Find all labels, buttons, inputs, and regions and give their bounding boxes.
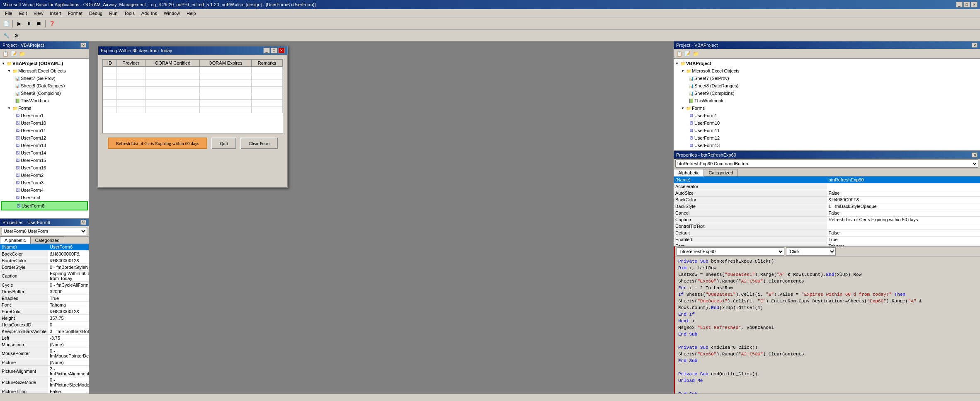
menu-item-view[interactable]: View xyxy=(30,10,47,17)
props-row-4[interactable]: CaptionExpiring Within 60 days from Toda… xyxy=(0,271,89,282)
right-props-row-7[interactable]: ControlTipText xyxy=(674,223,980,229)
tree-userform15[interactable]: 🖼 UserForm15 xyxy=(1,157,88,164)
right-tab-categorized[interactable]: Categorized xyxy=(704,169,737,176)
right-tab-alphabetic[interactable]: Alphabetic xyxy=(674,169,704,176)
tree-sheet8[interactable]: 📊 Sheet8 (DateRanges) xyxy=(1,82,88,89)
props-row-5[interactable]: Cycle0 - fmCycleAllForms xyxy=(0,282,89,288)
right-props-object-select[interactable]: btnRefreshExp60 CommandButton xyxy=(675,159,978,168)
tree-userform14[interactable]: 🖼 UserForm14 xyxy=(1,149,88,157)
right-project-close-btn[interactable]: ✕ xyxy=(972,43,978,48)
right-view-code-btn[interactable]: 📝 xyxy=(684,50,691,58)
view-code-btn[interactable]: 📝 xyxy=(10,50,17,58)
userform-maximize[interactable]: □ xyxy=(271,48,277,53)
right-props-row-3[interactable]: BackColor&H4080C0FF& xyxy=(674,196,980,203)
props-row-16[interactable]: Picture(None) xyxy=(0,359,89,366)
tree-sheet9[interactable]: 📊 Sheet9 (Complcins) xyxy=(1,89,88,97)
maximize-button[interactable]: □ xyxy=(963,2,970,7)
refresh-btn[interactable]: Refresh List of Certs Expiring within 60… xyxy=(108,138,208,149)
props-row-0[interactable]: (Name)UserForm6 xyxy=(0,244,89,251)
right-props-row-8[interactable]: DefaultFalse xyxy=(674,229,980,236)
props-row-8[interactable]: FontTahoma xyxy=(0,302,89,308)
tree-microsoft-excel-objects[interactable]: ▼ 📁 Microsoft Excel Objects xyxy=(1,67,88,75)
view-object-btn[interactable]: 📋 xyxy=(2,50,9,58)
props-row-1[interactable]: BackColor&H8000000F& xyxy=(0,251,89,257)
toolbar-btn-stop[interactable]: ⏹ xyxy=(34,19,44,28)
close-button[interactable]: ✕ xyxy=(971,2,978,7)
left-project-tree[interactable]: ▼ 📁 VBAProject (OORAM...) ▼ 📁 Microsoft … xyxy=(0,59,89,218)
right-tree-userform1[interactable]: 🖼 UserForm1 xyxy=(674,112,979,119)
properties-close-btn[interactable]: ✕ xyxy=(80,220,86,225)
toolbar-btn-new[interactable]: 📄 xyxy=(2,19,11,28)
right-tree-vbaproject[interactable]: ▼ 📁 VBAProject xyxy=(674,60,979,67)
menu-item-run[interactable]: Run xyxy=(106,10,121,17)
menu-item-window[interactable]: Window xyxy=(160,10,183,17)
toolbar-btn-pause[interactable]: ⏸ xyxy=(24,19,34,28)
props-row-2[interactable]: BorderColor&H80000012& xyxy=(0,257,89,264)
right-tree-forms[interactable]: ▼ 📁 Forms xyxy=(674,104,979,112)
left-project-close-btn[interactable]: ✕ xyxy=(80,43,86,48)
right-props-row-4[interactable]: BackStyle1 - fmBackStyleOpaque xyxy=(674,203,980,210)
right-props-row-9[interactable]: EnabledTrue xyxy=(674,236,980,243)
tab-categorized[interactable]: Categorized xyxy=(30,237,64,244)
tree-userform2[interactable]: 🖼 UserForm2 xyxy=(1,172,88,179)
toggle-folders-btn[interactable]: 📁 xyxy=(18,50,26,58)
userform-close[interactable]: ✕ xyxy=(278,48,285,53)
props-row-14[interactable]: MouseIcon(None) xyxy=(0,341,89,348)
right-view-object-btn[interactable]: 📋 xyxy=(675,50,683,58)
code-object-dropdown[interactable]: btnRefreshExp60 xyxy=(677,247,784,256)
minimize-button[interactable]: _ xyxy=(956,2,963,7)
right-tree-thisworkbook[interactable]: 📗 ThisWorkbook xyxy=(674,97,979,104)
userform-minimize[interactable]: _ xyxy=(263,48,270,53)
tree-userform16[interactable]: 🖼 UserForm16 xyxy=(1,164,88,172)
props-row-7[interactable]: EnabledTrue xyxy=(0,295,89,302)
toolbar2-btn-2[interactable]: ⚙ xyxy=(12,31,21,40)
right-tree-excel-objects[interactable]: ▼ 📁 Microsoft Excel Objects xyxy=(674,67,979,75)
right-properties-table[interactable]: (Name)btnRefreshExp60AcceleratorAutoSize… xyxy=(674,176,980,246)
tree-vbaproject[interactable]: ▼ 📁 VBAProject (OORAM...) xyxy=(1,60,88,67)
right-tree-userform11[interactable]: 🖼 UserForm11 xyxy=(674,127,979,134)
right-props-row-2[interactable]: AutoSizeFalse xyxy=(674,190,980,196)
props-row-10[interactable]: Height357.75 xyxy=(0,315,89,321)
tree-userform3[interactable]: 🖼 UserForm3 xyxy=(1,179,88,186)
properties-object-select[interactable]: UserForm6 UserForm xyxy=(2,227,87,235)
right-tree-userform14[interactable]: 🖼 UserForm14 xyxy=(674,149,979,150)
code-content-area[interactable]: Private Sub btnRefreshExp60_Click() Dim … xyxy=(675,256,980,401)
menu-item-debug[interactable]: Debug xyxy=(86,10,106,17)
tree-userform12[interactable]: 🖼 UserForm12 xyxy=(1,134,88,142)
menu-item-edit[interactable]: Edit xyxy=(16,10,30,17)
props-row-6[interactable]: DrawBuffer32000 xyxy=(0,288,89,295)
tree-userform6[interactable]: 🖼 UserForm6 xyxy=(1,201,88,210)
props-row-12[interactable]: KeepScrollBarsVisible3 - fmScrollBarsBot… xyxy=(0,328,89,335)
right-props-row-6[interactable]: CaptionRefresh List of Certs Expiring wi… xyxy=(674,216,980,223)
right-props-row-1[interactable]: Accelerator xyxy=(674,183,980,190)
right-props-close-btn[interactable]: ✕ xyxy=(972,152,978,157)
quit-btn[interactable]: Quit xyxy=(211,138,236,149)
tree-thisworkbook[interactable]: 📗 ThisWorkbook xyxy=(1,97,88,104)
menu-item-file[interactable]: File xyxy=(2,10,16,17)
clear-form-btn[interactable]: Clear Form xyxy=(240,138,278,149)
props-row-3[interactable]: BorderStyle0 - fmBorderStyleNone xyxy=(0,264,89,271)
right-props-row-0[interactable]: (Name)btnRefreshExp60 xyxy=(674,176,980,183)
tree-userform13[interactable]: 🖼 UserForm13 xyxy=(1,142,88,149)
code-procedure-dropdown[interactable]: Click xyxy=(786,247,836,256)
props-row-9[interactable]: ForeColor&H80000012& xyxy=(0,308,89,315)
tree-userform1[interactable]: 🖼 UserForm1 xyxy=(1,112,88,119)
tree-userform11[interactable]: 🖼 UserForm11 xyxy=(1,127,88,134)
menu-item-tools[interactable]: Tools xyxy=(121,10,138,17)
toolbar-btn-run[interactable]: ▶ xyxy=(15,19,24,28)
tree-userform10[interactable]: 🖼 UserForm10 xyxy=(1,119,88,127)
menu-item-addins[interactable]: Add-Ins xyxy=(138,10,160,17)
props-row-13[interactable]: Left-3.75 xyxy=(0,335,89,341)
right-toggle-folders-btn[interactable]: 📁 xyxy=(692,50,699,58)
tree-sheet7[interactable]: 📊 Sheet7 (SelProv) xyxy=(1,75,88,82)
right-project-tree[interactable]: ▼ 📁 VBAProject ▼ 📁 Microsoft Excel Objec… xyxy=(674,59,980,150)
right-props-row-10[interactable]: FontTahoma xyxy=(674,243,980,246)
menu-item-format[interactable]: Format xyxy=(65,10,86,17)
userform-data-grid[interactable]: ID Provider OORAM Certified OORAM Expire… xyxy=(102,59,283,133)
tab-alphabetic[interactable]: Alphabetic xyxy=(0,237,30,244)
right-tree-userform10[interactable]: 🖼 UserForm10 xyxy=(674,119,979,127)
right-tree-sheet8[interactable]: 📊 Sheet8 (DateRanges) xyxy=(674,82,979,89)
props-row-18[interactable]: PictureSizeMode0 - fmPictureSizeModeClip xyxy=(0,377,89,388)
menu-item-help[interactable]: Help xyxy=(183,10,199,17)
right-tree-sheet7[interactable]: 📊 Sheet7 (SelProv) xyxy=(674,75,979,82)
